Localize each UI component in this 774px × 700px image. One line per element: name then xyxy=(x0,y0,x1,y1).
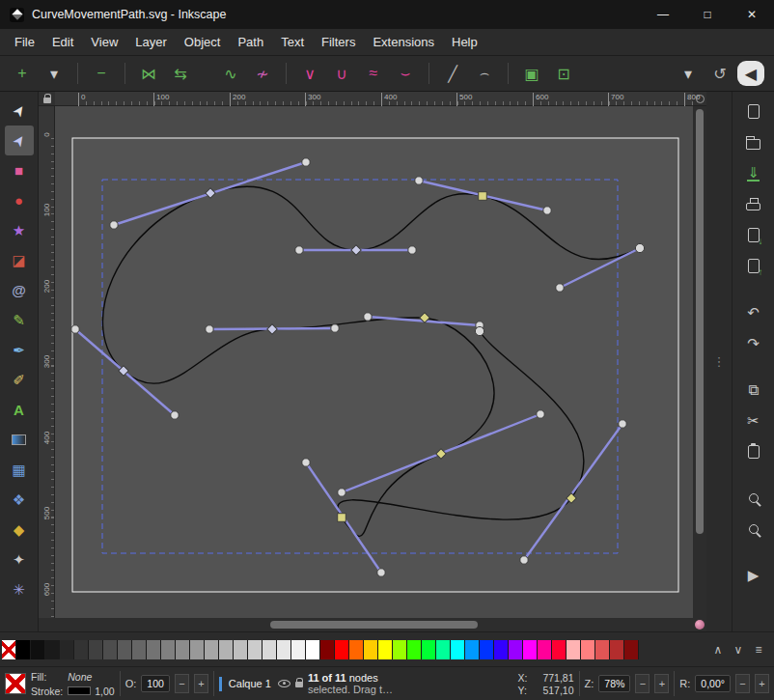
path-node[interactable] xyxy=(338,514,346,522)
path-node[interactable] xyxy=(475,326,484,335)
control-point[interactable] xyxy=(377,569,385,576)
palette-scroll-down-button[interactable]: ∨ xyxy=(730,641,747,658)
control-point[interactable] xyxy=(537,410,544,418)
gradient-tool[interactable] xyxy=(5,425,34,455)
palette-swatch[interactable] xyxy=(538,640,552,659)
selector-tool[interactable]: ➤ xyxy=(5,96,34,126)
palette-swatch[interactable] xyxy=(147,640,161,659)
calligraphy-tool[interactable]: ✐ xyxy=(5,365,34,395)
path-node[interactable] xyxy=(635,243,644,252)
control-point[interactable] xyxy=(408,246,416,254)
palette-swatch[interactable] xyxy=(291,640,306,659)
rotation-decrease-button[interactable]: − xyxy=(735,674,750,693)
pen-tool[interactable]: ✒ xyxy=(5,335,34,365)
control-point[interactable] xyxy=(110,221,118,229)
palette-swatch[interactable] xyxy=(118,640,132,659)
palette-swatch[interactable] xyxy=(45,640,60,659)
palette-swatch[interactable] xyxy=(60,640,74,659)
fill-value[interactable]: None xyxy=(68,671,114,683)
palette-swatch[interactable] xyxy=(132,640,147,659)
palette-swatch[interactable] xyxy=(190,640,205,659)
join-nodes-button[interactable]: ⋈ xyxy=(134,60,163,87)
open-document-icon[interactable] xyxy=(740,130,767,154)
control-point[interactable] xyxy=(543,207,551,214)
panel-resize-handle[interactable]: ⋮ xyxy=(706,92,732,631)
duplicate-icon[interactable]: ⧉ xyxy=(740,378,767,402)
palette-swatch[interactable] xyxy=(74,640,89,659)
rectangle-tool[interactable]: ■ xyxy=(5,155,34,185)
collapse-panel-button[interactable]: ◀ xyxy=(737,61,764,86)
opacity-decrease-button[interactable]: − xyxy=(175,674,189,693)
palette-swatch[interactable] xyxy=(234,640,248,659)
palette-menu-button[interactable]: ≡ xyxy=(750,641,767,658)
print-icon[interactable] xyxy=(740,192,767,216)
control-point[interactable] xyxy=(415,177,423,184)
node-symmetric-button[interactable]: ≈ xyxy=(359,60,388,87)
layer-selector[interactable]: Calque 1 xyxy=(227,678,273,689)
palette-swatch[interactable] xyxy=(422,640,436,659)
palette-swatch[interactable] xyxy=(335,640,349,659)
palette-swatch[interactable] xyxy=(378,640,393,659)
cut-icon[interactable]: ✂ xyxy=(740,408,767,433)
expand-panel-icon[interactable]: ▶ xyxy=(740,563,767,587)
zoom-field[interactable]: 78% xyxy=(598,675,630,692)
save-document-icon[interactable]: ⇓ xyxy=(740,161,767,185)
palette-swatch[interactable] xyxy=(2,640,16,659)
node-auto-button[interactable]: ⌣ xyxy=(391,60,420,87)
undo-icon[interactable]: ↶ xyxy=(740,300,767,324)
control-point[interactable] xyxy=(331,324,339,332)
palette-swatch[interactable] xyxy=(610,640,624,659)
palette-swatch[interactable] xyxy=(552,640,567,659)
control-point[interactable] xyxy=(364,313,372,321)
spray-tool[interactable]: ✳ xyxy=(5,574,34,604)
control-point[interactable] xyxy=(338,489,346,496)
control-point[interactable] xyxy=(295,246,303,254)
menu-help[interactable]: Help xyxy=(443,31,486,53)
palette-swatch[interactable] xyxy=(509,640,523,659)
palette-swatch[interactable] xyxy=(31,640,45,659)
control-point[interactable] xyxy=(556,284,564,292)
palette-swatch[interactable] xyxy=(407,640,422,659)
palette-swatch[interactable] xyxy=(480,640,494,659)
node-tool[interactable]: ➤ xyxy=(5,126,34,155)
control-point[interactable] xyxy=(619,420,626,428)
new-document-icon[interactable] xyxy=(740,99,767,124)
vertical-scrollbar-thumb[interactable] xyxy=(696,109,704,534)
palette-swatch[interactable] xyxy=(16,640,31,659)
palette-swatch[interactable] xyxy=(263,640,277,659)
node-corner-button[interactable]: ∨ xyxy=(295,60,324,87)
zoom-selection-icon[interactable] xyxy=(740,486,767,510)
layer-visibility-button[interactable] xyxy=(278,678,290,689)
palette-swatch[interactable] xyxy=(320,640,335,659)
segment-line-button[interactable]: ╱ xyxy=(438,60,467,87)
show-transform-handles-button[interactable]: ↺ xyxy=(705,60,734,87)
menu-object[interactable]: Object xyxy=(176,31,230,53)
palette-swatch[interactable] xyxy=(103,640,118,659)
insert-node-button[interactable]: + xyxy=(8,60,37,87)
opacity-increase-button[interactable]: + xyxy=(194,674,208,693)
stroke-width-value[interactable]: 1,00 xyxy=(95,686,114,697)
stroke-to-path-button[interactable]: ⊡ xyxy=(549,60,578,87)
control-point[interactable] xyxy=(206,325,213,333)
horizontal-ruler[interactable]: 0100200300400500600700800 xyxy=(55,92,693,106)
palette-scroll-up-button[interactable]: ∧ xyxy=(709,641,727,658)
menu-layer[interactable]: Layer xyxy=(126,31,176,53)
palette-swatch[interactable] xyxy=(306,640,320,659)
join-with-segment-button[interactable]: ∿ xyxy=(216,60,245,87)
control-point[interactable] xyxy=(520,556,528,564)
x-coordinate-dropdown[interactable]: ▾ xyxy=(674,60,703,87)
stroke-color-chip[interactable] xyxy=(68,686,91,695)
palette-swatch[interactable] xyxy=(451,640,465,659)
palette-swatch[interactable] xyxy=(393,640,407,659)
palette-swatch[interactable] xyxy=(248,640,263,659)
spiral-tool[interactable]: @ xyxy=(5,275,34,305)
layer-lock-button[interactable] xyxy=(295,678,303,689)
palette-swatch[interactable] xyxy=(176,640,190,659)
mesh-tool[interactable]: ▦ xyxy=(5,455,34,485)
node-smooth-button[interactable]: ∪ xyxy=(327,60,356,87)
palette-swatch[interactable] xyxy=(567,640,581,659)
fill-none-indicator[interactable] xyxy=(5,673,26,694)
control-point[interactable] xyxy=(302,158,310,166)
redo-icon[interactable]: ↷ xyxy=(740,331,767,355)
dropper-tool[interactable]: ❖ xyxy=(5,485,34,515)
